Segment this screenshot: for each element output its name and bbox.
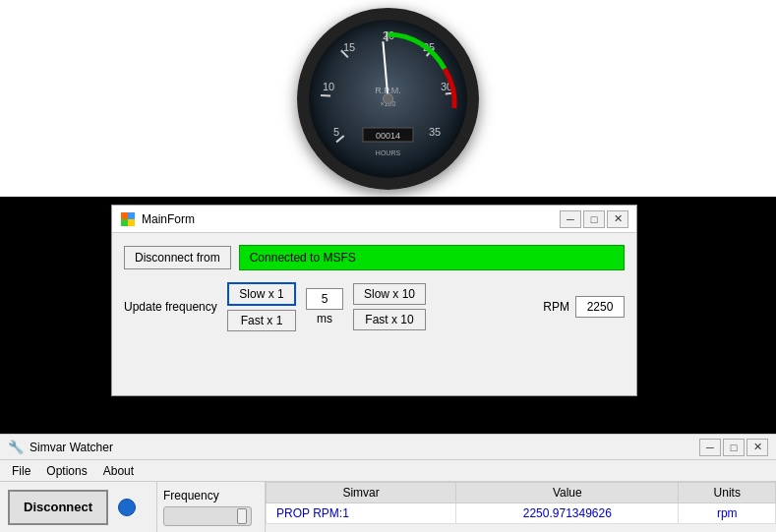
update-frequency-row: Update frequency Slow x 1 Fast x 1 ms Sl… bbox=[124, 282, 625, 331]
td-units: rpm bbox=[679, 503, 776, 524]
slow-x1-button[interactable]: Slow x 1 bbox=[227, 282, 296, 306]
menu-options[interactable]: Options bbox=[38, 462, 94, 480]
tick-1 bbox=[321, 94, 330, 95]
frequency-panel: Frequency bbox=[157, 482, 266, 532]
frequency-slider-thumb bbox=[237, 508, 247, 524]
simvar-watcher-panel: 🔧 Simvar Watcher ─ □ ✕ File Options Abou… bbox=[0, 434, 776, 532]
rpm-gauge: 5 10 15 20 25 30 35 R.P.M. ×100 00014 HO… bbox=[297, 8, 479, 190]
ms-input[interactable] bbox=[306, 288, 343, 310]
gauge-center bbox=[384, 93, 393, 103]
fast-x10-button[interactable]: Fast x 10 bbox=[353, 309, 426, 330]
fast-x1-button[interactable]: Fast x 1 bbox=[227, 310, 296, 331]
mainform-window: MainForm ─ □ ✕ Disconnect from Connected… bbox=[111, 205, 637, 396]
status-indicator-circle bbox=[118, 499, 136, 516]
top-area: 5 10 15 20 25 30 35 R.P.M. ×100 00014 HO… bbox=[0, 0, 776, 197]
gauge-label-15: 15 bbox=[343, 41, 355, 53]
disconnect-panel: Disconnect bbox=[0, 482, 157, 532]
gauge-label-35: 35 bbox=[429, 126, 441, 138]
mainform-close-button[interactable]: ✕ bbox=[607, 210, 628, 228]
gauge-label-10: 10 bbox=[323, 81, 334, 92]
table-header-row: Simvar Value Units bbox=[267, 483, 776, 503]
titlebar-controls: ─ □ ✕ bbox=[560, 210, 628, 228]
simvar-titlebar-controls: ─ □ ✕ bbox=[699, 439, 768, 456]
slow-buttons-group: Slow x 1 Fast x 1 bbox=[227, 282, 296, 331]
update-frequency-label: Update frequency bbox=[124, 300, 217, 314]
mainform-maximize-button[interactable]: □ bbox=[583, 210, 605, 228]
menu-file[interactable]: File bbox=[4, 462, 38, 480]
odometer-text: 00014 bbox=[376, 131, 400, 141]
status-row: Disconnect from Connected to MSFS bbox=[124, 245, 625, 270]
rpm-label: RPM bbox=[543, 300, 569, 314]
simvar-close-button[interactable]: ✕ bbox=[746, 439, 768, 456]
disconnect-button[interactable]: Disconnect bbox=[8, 490, 108, 525]
frequency-slider[interactable] bbox=[163, 506, 252, 526]
gauge-label-5: 5 bbox=[333, 126, 339, 138]
gauge-svg: 5 10 15 20 25 30 35 R.P.M. ×100 00014 HO… bbox=[309, 20, 467, 178]
ms-box: ms bbox=[306, 288, 343, 325]
simvar-watcher-titlebar: 🔧 Simvar Watcher ─ □ ✕ bbox=[0, 435, 776, 460]
simvar-table: Simvar Value Units PROP RPM:12250.971349… bbox=[266, 482, 776, 524]
simvar-watcher-title: Simvar Watcher bbox=[30, 441, 113, 454]
table-row: PROP RPM:12250.971349626rpm bbox=[267, 503, 776, 524]
frequency-panel-label: Frequency bbox=[163, 489, 219, 502]
col-header-units: Units bbox=[679, 483, 776, 503]
green-arc bbox=[388, 34, 446, 69]
menu-about[interactable]: About bbox=[95, 462, 142, 480]
col-header-simvar: Simvar bbox=[267, 483, 456, 503]
col-header-value: Value bbox=[456, 483, 679, 503]
mainform-title: MainForm bbox=[142, 212, 195, 226]
td-simvar: PROP RPM:1 bbox=[267, 503, 456, 524]
simvar-title-left: 🔧 Simvar Watcher bbox=[8, 440, 113, 454]
simvar-minimize-button[interactable]: ─ bbox=[699, 439, 721, 456]
ms-label: ms bbox=[317, 312, 332, 325]
mainform-titlebar: MainForm ─ □ ✕ bbox=[112, 206, 636, 233]
svg-rect-2 bbox=[121, 219, 128, 226]
mainform-icon bbox=[120, 211, 136, 227]
svg-rect-0 bbox=[121, 212, 128, 219]
disconnect-from-button[interactable]: Disconnect from bbox=[124, 246, 231, 269]
rpm-value: 2250 bbox=[575, 296, 625, 318]
slow-x10-button[interactable]: Slow x 10 bbox=[353, 283, 426, 305]
td-value: 2250.971349626 bbox=[456, 503, 679, 524]
svg-rect-1 bbox=[128, 212, 135, 219]
connection-status: Connected to MSFS bbox=[239, 245, 625, 270]
simvar-menu: File Options About bbox=[0, 460, 776, 482]
simvar-content: Disconnect Frequency Simvar Value Units … bbox=[0, 482, 776, 532]
mainform-minimize-button[interactable]: ─ bbox=[560, 210, 581, 228]
simvar-watcher-icon: 🔧 bbox=[8, 440, 24, 454]
rpm-group: RPM 2250 bbox=[543, 296, 625, 318]
mainform-body: Disconnect from Connected to MSFS Update… bbox=[112, 233, 636, 343]
titlebar-left: MainForm bbox=[120, 211, 195, 227]
data-table-container: Simvar Value Units PROP RPM:12250.971349… bbox=[266, 482, 776, 532]
slow10-buttons-group: Slow x 10 Fast x 10 bbox=[353, 283, 426, 330]
hours-label: HOURS bbox=[376, 149, 401, 156]
simvar-maximize-button[interactable]: □ bbox=[723, 439, 745, 456]
svg-rect-3 bbox=[128, 219, 135, 226]
